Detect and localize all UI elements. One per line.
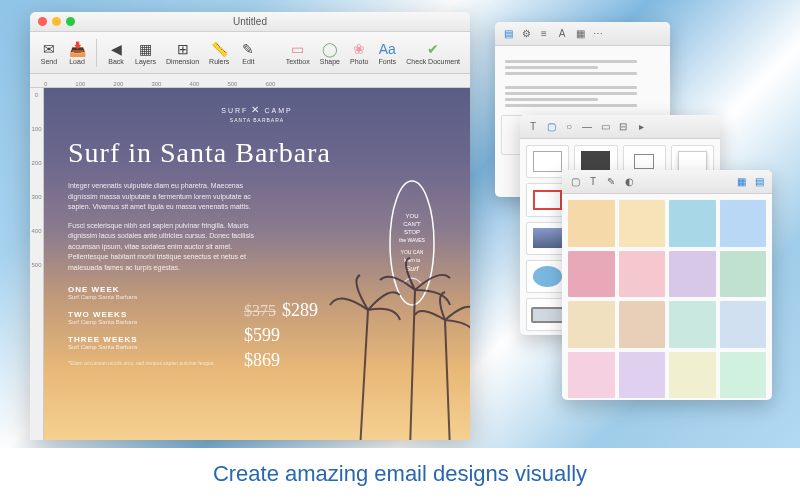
color-swatch[interactable] xyxy=(568,352,615,399)
hero-body: Integer venenatis vulputate diam eu phar… xyxy=(68,181,268,273)
back-button[interactable]: ◀Back xyxy=(103,38,129,67)
color-swatch[interactable] xyxy=(669,352,716,399)
svg-line-10 xyxy=(445,320,450,440)
caption: Create amazing email designs visually xyxy=(0,448,800,500)
layout-icon[interactable]: ▦ xyxy=(573,27,587,41)
type-icon[interactable]: T xyxy=(526,120,540,134)
color-grid xyxy=(568,200,766,398)
back-icon: ◀ xyxy=(107,40,125,58)
color-swatch[interactable] xyxy=(568,251,615,298)
textbox-icon: ▭ xyxy=(289,40,307,58)
fonts-button[interactable]: AaFonts xyxy=(374,38,400,67)
photo-icon: ❀ xyxy=(350,40,368,58)
color-swatch[interactable] xyxy=(619,200,666,247)
brush-icon[interactable]: ✎ xyxy=(604,175,618,189)
colors-panel: ▢ T ✎ ◐ ▦ ▤ xyxy=(562,170,772,400)
editor-window: Untitled ✉Send 📥Load ◀Back ▦Layers ⊞Dime… xyxy=(30,12,470,440)
photo-button[interactable]: ❀Photo xyxy=(346,38,372,67)
fill-icon[interactable]: ◐ xyxy=(622,175,636,189)
svg-line-8 xyxy=(360,310,368,440)
load-button[interactable]: 📥Load xyxy=(64,38,90,67)
window-title: Untitled xyxy=(233,16,267,27)
fonts-icon: Aa xyxy=(378,40,396,58)
text-icon[interactable]: T xyxy=(586,175,600,189)
color-swatch[interactable] xyxy=(619,352,666,399)
property-rows xyxy=(505,60,660,107)
svg-text:CAN'T: CAN'T xyxy=(403,221,421,227)
rulers-icon: 📏 xyxy=(210,40,228,58)
shape-icon[interactable]: ▢ xyxy=(544,120,558,134)
gear-icon[interactable]: ⚙ xyxy=(519,27,533,41)
edit-button[interactable]: ✎Edit xyxy=(235,38,261,67)
svg-line-9 xyxy=(410,290,415,440)
text-icon[interactable]: A xyxy=(555,27,569,41)
color-swatch[interactable] xyxy=(720,301,767,348)
grid-icon[interactable]: ▤ xyxy=(752,175,766,189)
inbox-icon: 📥 xyxy=(68,40,86,58)
color-swatch[interactable] xyxy=(619,301,666,348)
close-icon[interactable] xyxy=(38,17,47,26)
svg-text:YOU: YOU xyxy=(405,213,418,219)
layers-button[interactable]: ▦Layers xyxy=(131,38,160,67)
title-bar: Untitled xyxy=(30,12,470,32)
rulers-button[interactable]: 📏Rulers xyxy=(205,38,233,67)
pencil-icon: ✎ xyxy=(239,40,257,58)
line-icon[interactable]: — xyxy=(580,120,594,134)
color-swatch[interactable] xyxy=(669,200,716,247)
color-swatch[interactable] xyxy=(720,352,767,399)
hero-title: Surf in Santa Barbara xyxy=(68,137,446,169)
brand-logo: SURF✕CAMP SANTA BARBARA xyxy=(68,104,446,123)
color-swatch[interactable] xyxy=(669,251,716,298)
more-icon[interactable]: ⋯ xyxy=(591,27,605,41)
envelope-icon: ✉ xyxy=(40,40,58,58)
design-canvas[interactable]: SURF✕CAMP SANTA BARBARA Surf in Santa Ba… xyxy=(44,88,470,440)
swatch-active-icon[interactable]: ▦ xyxy=(734,175,748,189)
send-button[interactable]: ✉Send xyxy=(36,38,62,67)
ruler-horizontal: 0100200300400500600 xyxy=(30,74,470,88)
shape-button[interactable]: ◯Shape xyxy=(316,38,344,67)
minimize-icon[interactable] xyxy=(52,17,61,26)
caption-text: Create amazing email designs visually xyxy=(213,461,587,487)
divider-icon[interactable]: ⊟ xyxy=(616,120,630,134)
align-icon[interactable]: ≡ xyxy=(537,27,551,41)
color-swatch[interactable] xyxy=(669,301,716,348)
color-swatch[interactable] xyxy=(720,251,767,298)
more-icon[interactable]: ▸ xyxy=(634,120,648,134)
color-swatch[interactable] xyxy=(568,301,615,348)
square-icon[interactable]: ▢ xyxy=(568,175,582,189)
layers-icon: ▦ xyxy=(137,40,155,58)
panel-toolbar: ▢ T ✎ ◐ ▦ ▤ xyxy=(562,170,772,194)
color-swatch[interactable] xyxy=(619,251,666,298)
check-button[interactable]: ✔Check Document xyxy=(402,38,464,67)
toolbar: ✉Send 📥Load ◀Back ▦Layers ⊞Dimension 📏Ru… xyxy=(30,32,470,74)
traffic-lights xyxy=(38,17,75,26)
circle-icon[interactable]: ○ xyxy=(562,120,576,134)
shape-icon: ◯ xyxy=(321,40,339,58)
dimension-button[interactable]: ⊞Dimension xyxy=(162,38,203,67)
button-icon[interactable]: ▭ xyxy=(598,120,612,134)
svg-text:the WAVES: the WAVES xyxy=(399,237,426,243)
panel-toolbar: T ▢ ○ — ▭ ⊟ ▸ xyxy=(520,115,720,139)
check-icon: ✔ xyxy=(424,40,442,58)
page-icon[interactable]: ▤ xyxy=(501,27,515,41)
color-swatch[interactable] xyxy=(568,200,615,247)
dimension-icon: ⊞ xyxy=(174,40,192,58)
textbox-button[interactable]: ▭Textbox xyxy=(282,38,314,67)
panel-toolbar: ▤ ⚙ ≡ A ▦ ⋯ xyxy=(495,22,670,46)
palm-graphic xyxy=(300,250,470,440)
svg-text:STOP: STOP xyxy=(404,229,420,235)
ruler-vertical: 0100200300400500 xyxy=(30,88,44,440)
color-swatch[interactable] xyxy=(720,200,767,247)
zoom-icon[interactable] xyxy=(66,17,75,26)
